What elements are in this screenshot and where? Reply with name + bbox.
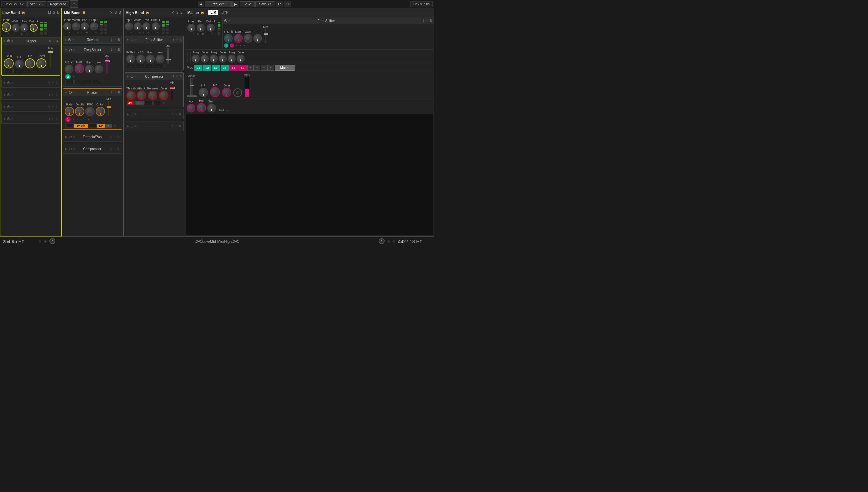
high-slot1-arrows[interactable]: ⇅ — [179, 113, 181, 116]
lim-button[interactable]: LIM — [208, 10, 218, 15]
low-slot2-power[interactable]: ⏻ — [7, 93, 10, 96]
low-slot3-arrows[interactable]: ⇅ — [55, 105, 58, 108]
tremolo-arrows[interactable]: ⇅ — [117, 135, 120, 139]
clipper-hp-knob[interactable] — [15, 60, 24, 68]
mid-fs-gain[interactable] — [85, 65, 94, 73]
clipper-menu[interactable]: ≡ — [11, 39, 13, 43]
phaser-fbk[interactable] — [85, 107, 95, 116]
high-slot2-menu[interactable]: ≡ — [135, 124, 136, 128]
high-comp-thresh[interactable] — [126, 91, 136, 100]
master-smth-knob[interactable] — [207, 104, 216, 113]
phaser-play[interactable]: ▼ — [65, 91, 67, 94]
phaser-plus5[interactable]: + — [87, 118, 90, 121]
phaser-rate[interactable] — [65, 107, 74, 116]
phaser-power[interactable]: ⏻ — [69, 91, 72, 94]
high-fs-nsb[interactable] — [136, 55, 145, 64]
plus-btn1[interactable]: + — [72, 75, 75, 78]
eq-gain1-knob[interactable] — [201, 55, 209, 63]
eq-freq1-knob[interactable] — [192, 55, 200, 63]
low-slot2-play[interactable]: ▶ — [4, 93, 6, 96]
mod-plus3[interactable]: + — [261, 65, 267, 71]
high-comp-play[interactable]: ▼ — [126, 75, 129, 78]
clipper-arrows[interactable]: ⇅ — [56, 39, 59, 43]
tremolo-select[interactable]: ⇕ — [110, 135, 112, 139]
mod-l2[interactable]: L2 — [203, 65, 211, 71]
high-freq-plus2[interactable]: ⊕ — [393, 240, 395, 243]
mid-comp-power[interactable]: ⏻ — [69, 147, 72, 150]
mod-e2[interactable]: E2 — [238, 65, 247, 71]
mid-fs-param3[interactable]: ---- — [83, 80, 91, 84]
high-band-s[interactable]: S — [176, 11, 179, 14]
master-lp-knob[interactable] — [210, 87, 220, 97]
phaser-hp[interactable]: HP — [105, 124, 113, 128]
high-comp-gain[interactable] — [159, 91, 168, 100]
low-width-knob[interactable] — [12, 24, 20, 32]
high-fs-param4[interactable]: ---- — [154, 64, 162, 68]
master-fs-arrows[interactable]: ⇅ — [430, 19, 432, 22]
reverb-menu[interactable]: ≡ — [72, 38, 74, 41]
high-slot1-select[interactable]: ⇕ — [171, 113, 174, 116]
mod-l4[interactable]: L4 — [221, 65, 229, 71]
mid-fs-param2[interactable]: ---- — [74, 80, 83, 84]
master-fs-plus1[interactable]: + — [235, 44, 238, 47]
high-fs-play[interactable]: ▼ — [126, 39, 129, 41]
high-slot1-play[interactable]: ▶ — [127, 113, 129, 116]
high-slot2-power[interactable]: ⏻ — [130, 124, 133, 128]
high-comp-mix[interactable] — [169, 85, 175, 100]
phaser-select[interactable]: ⇕ — [110, 91, 113, 94]
high-fs-gain[interactable] — [146, 55, 155, 64]
phaser-plus[interactable]: + — [72, 118, 75, 121]
high-fs-power[interactable]: ⏻ — [130, 38, 133, 41]
mid-fs-mix[interactable] — [104, 58, 110, 73]
low-freq-plus1[interactable]: ⊕ — [39, 240, 41, 243]
reverb-power[interactable]: ⏻ — [68, 38, 71, 41]
mid-fs-extra[interactable] — [95, 65, 103, 73]
phaser-plus3[interactable]: + — [80, 118, 83, 121]
high-fs-param2[interactable]: ---- — [136, 64, 144, 68]
mid-fs-menu[interactable]: ≡ — [73, 48, 75, 51]
comp-time-41[interactable]: 4/1 — [127, 101, 134, 105]
low-freq-plus2[interactable]: ⊕ — [44, 240, 47, 243]
low-slot1-arrows[interactable]: ⇅ — [55, 81, 58, 84]
mid-output-knob[interactable] — [90, 22, 98, 30]
mod-macro[interactable]: Macro — [275, 65, 295, 71]
low-slot2-arrows[interactable]: ⇅ — [55, 93, 58, 96]
low-pan-knob[interactable] — [20, 24, 28, 32]
low-slot3-select[interactable]: ⇕ — [48, 105, 51, 108]
mid-fs-power[interactable]: ⏻ — [69, 48, 72, 51]
mod-l3[interactable]: L3 — [212, 65, 220, 71]
high-slot1-menu[interactable]: ≡ — [135, 113, 136, 116]
high-freq-plus1[interactable]: ⊕ — [387, 240, 390, 243]
low-freq-knob[interactable] — [49, 238, 55, 245]
high-band-b[interactable]: B — [180, 11, 183, 14]
master-fs-menu[interactable]: ≡ — [228, 19, 230, 22]
phaser-menu[interactable]: ≡ — [73, 91, 75, 94]
master-hp-knob[interactable] — [199, 88, 208, 97]
low-slot3-power[interactable]: ⏻ — [7, 105, 10, 108]
clipper-param4[interactable]: ---- — [31, 69, 40, 73]
phaser-lp[interactable]: LP — [97, 124, 105, 128]
high-fs-arrows[interactable]: ⇅ — [179, 38, 182, 41]
mod-e1[interactable]: E1 — [229, 65, 238, 71]
byp-button[interactable]: BYP — [220, 10, 230, 15]
high-fs-mix[interactable] — [165, 48, 171, 64]
low-slot1-power[interactable]: ⏻ — [7, 81, 10, 84]
delay-fader[interactable] — [190, 78, 193, 95]
master-fs-gain[interactable] — [244, 34, 252, 43]
tremolo-menu[interactable]: ≡ — [73, 135, 75, 139]
high-band-m[interactable]: M — [171, 11, 174, 14]
mid-comp-menu[interactable]: ≡ — [73, 147, 75, 150]
mod-plus2[interactable]: + — [254, 65, 260, 71]
high-comp-power[interactable]: ⏻ — [130, 75, 133, 78]
reverb-play[interactable]: ▶ — [65, 39, 67, 41]
low-slot1-play[interactable]: ▶ — [4, 81, 6, 84]
master-fs-extra[interactable] — [253, 34, 262, 43]
clipper-param1[interactable]: ---- — [4, 69, 13, 73]
high-fs-extra[interactable] — [156, 55, 164, 64]
master-pan-knob[interactable] — [197, 24, 205, 32]
clipper-play[interactable]: ▼ — [3, 40, 6, 43]
low-slot3-play[interactable]: ▶ — [4, 105, 6, 108]
clipper-mix-fader[interactable] — [48, 50, 53, 68]
high-fs-param1[interactable]: ---- — [127, 64, 135, 68]
master-fs-nsb[interactable] — [234, 34, 243, 43]
